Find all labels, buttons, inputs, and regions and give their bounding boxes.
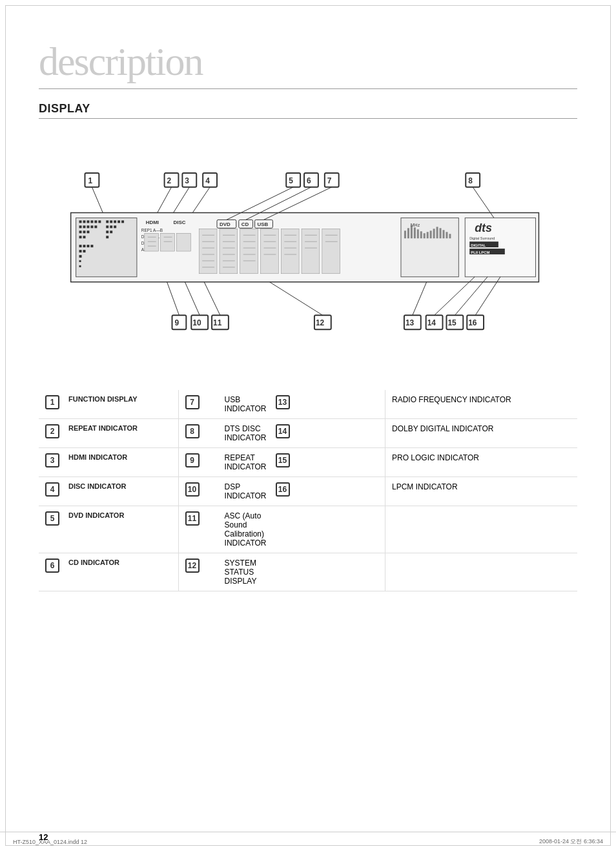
svg-line-133 (227, 187, 293, 220)
svg-text:10: 10 (192, 318, 201, 327)
svg-rect-97 (404, 231, 406, 238)
svg-rect-34 (83, 250, 86, 252)
svg-rect-0 (71, 212, 539, 282)
section-heading: DISPLAY (39, 102, 577, 119)
svg-rect-65 (220, 229, 238, 274)
label-6: CD INDICATOR (62, 553, 178, 591)
svg-rect-134 (304, 173, 318, 187)
badge-5: 5 (45, 511, 59, 526)
svg-rect-1 (76, 218, 137, 276)
svg-rect-98 (407, 228, 409, 238)
svg-rect-17 (94, 225, 97, 228)
svg-rect-140 (466, 173, 480, 187)
svg-rect-155 (404, 315, 421, 329)
svg-rect-25 (110, 231, 112, 233)
svg-rect-9 (110, 220, 112, 223)
svg-text:DISC: DISC (174, 220, 186, 225)
svg-rect-110 (446, 232, 447, 238)
svg-text:ASC: ASC (141, 247, 150, 252)
svg-line-148 (185, 282, 200, 316)
svg-text:2: 2 (167, 176, 172, 185)
svg-rect-14 (83, 225, 86, 228)
badge-4: 4 (45, 482, 59, 497)
svg-rect-10 (114, 220, 116, 223)
footer-left: HT-Z510_XAA_0124.indd 12 (13, 839, 87, 845)
svg-rect-21 (79, 231, 82, 233)
svg-rect-112 (465, 218, 535, 276)
svg-rect-105 (430, 231, 432, 238)
footer-right: 2008-01-24 오전 6:36:34 (539, 837, 603, 846)
label-10: DSP INDICATOR (218, 477, 269, 506)
svg-text:CD: CD (241, 221, 249, 227)
svg-rect-16 (90, 225, 93, 228)
svg-rect-115 (469, 241, 498, 247)
svg-text:8: 8 (468, 176, 473, 185)
svg-rect-99 (411, 225, 413, 238)
svg-rect-2 (79, 220, 82, 223)
svg-text:DSP: DSP (141, 241, 150, 245)
table-row: 4 DISC INDICATOR 10 DSP INDICATOR 16 LPC… (39, 477, 577, 506)
svg-line-124 (158, 187, 172, 213)
table-row: 6 CD INDICATOR 12 SYSTEM STATUS DISPLAY (39, 553, 577, 591)
svg-rect-44 (217, 220, 236, 228)
svg-rect-29 (79, 245, 82, 247)
svg-text:1: 1 (88, 176, 92, 185)
badge-1: 1 (45, 395, 59, 409)
svg-rect-30 (83, 245, 86, 247)
svg-rect-137 (325, 173, 339, 187)
label-5: DVD INDICATOR (62, 506, 178, 553)
svg-line-142 (473, 187, 494, 218)
svg-rect-32 (90, 245, 93, 247)
svg-rect-20 (114, 225, 116, 228)
svg-rect-15 (87, 225, 89, 228)
svg-rect-158 (426, 315, 443, 329)
svg-rect-23 (87, 231, 89, 233)
svg-rect-8 (106, 220, 108, 223)
svg-rect-117 (469, 249, 505, 254)
svg-line-160 (435, 277, 475, 316)
svg-line-166 (475, 277, 500, 316)
svg-rect-161 (446, 315, 463, 329)
svg-text:Digital Surround: Digital Surround (469, 236, 495, 240)
svg-rect-11 (118, 220, 120, 223)
table-row: 1 FUNCTION DISPLAY 7 USB INDICATOR 13 RA… (39, 390, 577, 419)
svg-line-157 (413, 282, 427, 316)
svg-text:5: 5 (289, 176, 293, 185)
svg-line-130 (192, 187, 210, 213)
svg-rect-146 (191, 315, 208, 329)
svg-line-154 (269, 282, 322, 316)
svg-rect-31 (87, 245, 89, 247)
svg-text:PLII LPCM: PLII LPCM (471, 251, 489, 254)
svg-text:MHz: MHz (411, 223, 420, 227)
svg-text:REP1 A—B: REP1 A—B (141, 228, 163, 232)
svg-rect-36 (79, 260, 81, 262)
svg-rect-109 (443, 230, 445, 238)
badge-14: 14 (276, 424, 290, 438)
label-13: RADIO FREQUENCY INDICATOR (385, 390, 577, 419)
label-14: DOLBY DIGITAL INDICATOR (385, 419, 577, 448)
svg-text:13: 13 (406, 318, 415, 327)
svg-rect-78 (261, 229, 279, 274)
svg-rect-111 (449, 234, 451, 238)
svg-rect-103 (424, 233, 426, 238)
svg-line-145 (167, 282, 180, 316)
footer-bar: HT-Z510_XAA_0124.indd 12 2008-01-24 오전 6… (0, 832, 616, 851)
label-3: HDMI INDICATOR (62, 448, 178, 477)
label-4: DISC INDICATOR (62, 477, 178, 506)
svg-rect-101 (417, 229, 419, 238)
svg-line-163 (455, 277, 488, 316)
svg-rect-107 (436, 227, 438, 238)
svg-rect-108 (440, 228, 442, 238)
badge-7: 7 (185, 395, 200, 409)
svg-text:dts: dts (475, 221, 492, 234)
table-row: 2 REPEAT INDICATOR 8 DTS DISC INDICATOR … (39, 419, 577, 448)
badge-16: 16 (276, 482, 290, 497)
svg-rect-18 (106, 225, 108, 228)
svg-rect-102 (420, 231, 422, 238)
svg-rect-152 (314, 315, 331, 329)
svg-text:16: 16 (468, 318, 477, 327)
svg-rect-5 (90, 220, 93, 223)
svg-text:DISC ALL: DISC ALL (141, 234, 160, 239)
svg-rect-4 (87, 220, 89, 223)
label-12: SYSTEM STATUS DISPLAY (218, 553, 269, 591)
